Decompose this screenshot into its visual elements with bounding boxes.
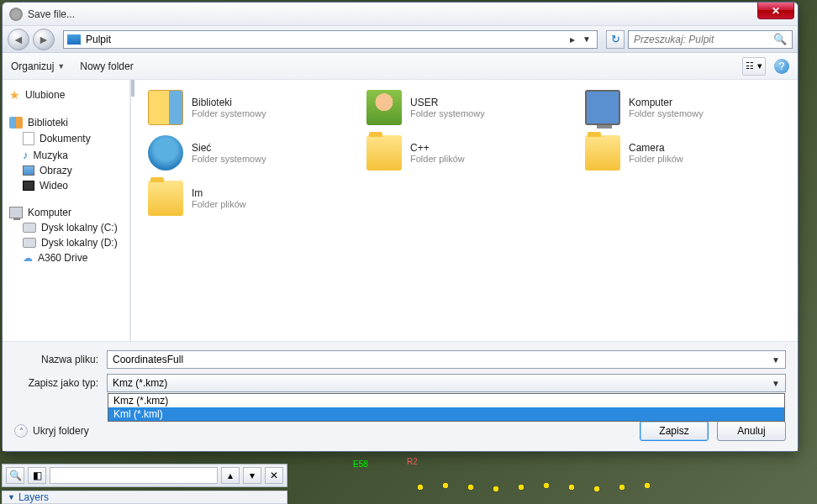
sidebar: ★ Ulubione Biblioteki Dokumenty ♪Muzyka …: [3, 80, 130, 341]
search-box[interactable]: 🔍: [628, 30, 793, 49]
breadcrumb-chevron-icon[interactable]: ▸: [565, 34, 580, 45]
filename-dropdown-icon[interactable]: ▼: [772, 355, 780, 365]
bottom-panel: Nazwa pliku: CoordinatesFull ▼ Zapisz ja…: [3, 341, 798, 451]
address-location: Pulpit: [86, 34, 565, 45]
sidebar-computer[interactable]: Komputer: [6, 205, 126, 220]
app-icon: [9, 8, 23, 21]
filetype-option[interactable]: Kmz (*.kmz): [108, 394, 784, 407]
filename-field[interactable]: CoordinatesFull ▼: [107, 350, 786, 369]
sidebar-favorites[interactable]: ★ Ulubione: [6, 87, 126, 103]
favorites-label: Ulubione: [25, 89, 65, 101]
address-bar[interactable]: Pulpit ▸ ▼: [63, 30, 598, 49]
layers-panel-header[interactable]: Layers: [2, 491, 287, 504]
filetype-combo[interactable]: Kmz (*.kmz) ▼ Kmz (*.kmz)Kml (*.kml): [107, 374, 786, 392]
app-search-icon[interactable]: 🔍: [6, 467, 24, 484]
filename-value: CoordinatesFull: [113, 354, 183, 365]
sidebar-a360-drive[interactable]: ☁A360 Drive: [6, 250, 126, 265]
view-mode-button[interactable]: ☷ ▾: [742, 57, 766, 76]
map-road-tag-1: E58: [353, 459, 368, 469]
folder-icon: [366, 90, 402, 125]
file-item[interactable]: KomputerFolder systemowy: [582, 87, 775, 129]
file-subtitle: Folder systemowy: [192, 154, 266, 164]
filetype-dropdown-icon[interactable]: ▼: [772, 379, 780, 388]
file-name: C++: [410, 142, 465, 154]
music-icon: ♪: [23, 149, 29, 161]
file-item[interactable]: SiećFolder systemowy: [145, 132, 338, 174]
folder-icon: [148, 181, 183, 216]
disk-icon: [23, 238, 36, 248]
file-subtitle: Folder plików: [629, 154, 683, 164]
file-name: Camera: [629, 142, 683, 154]
file-item[interactable]: ImFolder plików: [145, 177, 338, 219]
nav-back-button[interactable]: ◄: [8, 29, 29, 50]
nav-forward-button[interactable]: ►: [33, 29, 55, 50]
chevron-up-icon: ˄: [14, 424, 28, 438]
file-list-pane[interactable]: BibliotekiFolder systemowyUSERFolder sys…: [130, 80, 798, 341]
desktop-icon: [67, 34, 81, 45]
folder-icon: [585, 90, 620, 125]
sidebar-drive-d[interactable]: Dysk lokalny (D:): [6, 235, 126, 250]
sidebar-item-videos[interactable]: Wideo: [6, 178, 126, 193]
layers-label: Layers: [18, 491, 49, 503]
close-button[interactable]: [757, 3, 794, 19]
file-subtitle: Folder systemowy: [629, 108, 704, 118]
file-name: Im: [192, 187, 246, 199]
help-button[interactable]: ?: [774, 59, 789, 74]
sidebar-libraries[interactable]: Biblioteki: [6, 115, 126, 130]
app-down-icon[interactable]: ▾: [243, 467, 261, 484]
folder-icon: [148, 90, 183, 125]
video-icon: [23, 181, 34, 191]
search-input[interactable]: [634, 34, 773, 45]
address-dropdown-icon[interactable]: ▼: [580, 34, 593, 44]
organize-label: Organizuj: [11, 60, 54, 72]
body-area: ★ Ulubione Biblioteki Dokumenty ♪Muzyka …: [3, 80, 798, 341]
file-item[interactable]: C++Folder plików: [363, 132, 556, 174]
folder-icon: [148, 135, 183, 171]
sidebar-item-documents[interactable]: Dokumenty: [6, 130, 126, 147]
file-name: Biblioteki: [192, 97, 266, 108]
file-item[interactable]: BibliotekiFolder systemowy: [145, 87, 338, 129]
save-button[interactable]: Zapisz: [640, 421, 709, 441]
filetype-option[interactable]: Kml (*.kml): [108, 407, 784, 421]
app-close-icon[interactable]: ✕: [265, 467, 283, 484]
app-up-icon[interactable]: ▴: [221, 467, 240, 484]
computer-icon: [9, 207, 23, 218]
organize-button[interactable]: Organizuj ▼: [11, 60, 65, 72]
refresh-button[interactable]: ↻: [606, 30, 625, 49]
new-folder-label: Nowy folder: [80, 60, 133, 72]
folder-icon: [585, 135, 620, 171]
filetype-dropdown-list: Kmz (*.kmz)Kml (*.kml): [108, 393, 785, 422]
app-panel-icon[interactable]: ◧: [28, 467, 46, 484]
window-title: Save file...: [28, 8, 75, 20]
document-icon: [23, 132, 34, 145]
file-subtitle: Folder plików: [192, 199, 246, 209]
file-item[interactable]: CameraFolder plików: [582, 132, 775, 174]
file-subtitle: Folder systemowy: [192, 108, 266, 118]
chevron-down-icon: ▼: [57, 62, 65, 71]
file-item[interactable]: USERFolder systemowy: [363, 87, 556, 129]
app-search-input[interactable]: [50, 467, 218, 484]
libraries-label: Biblioteki: [28, 117, 68, 129]
sidebar-item-music[interactable]: ♪Muzyka: [6, 147, 126, 163]
new-folder-button[interactable]: Nowy folder: [80, 60, 133, 72]
file-name: USER: [410, 97, 485, 108]
computer-label: Komputer: [28, 207, 71, 218]
filetype-label: Zapisz jako typ:: [14, 377, 107, 389]
search-icon[interactable]: 🔍: [773, 33, 787, 45]
file-name: Komputer: [629, 97, 704, 108]
cancel-button[interactable]: Anuluj: [717, 421, 786, 441]
app-lower-toolbar: 🔍 ◧ ▴ ▾ ✕: [2, 464, 287, 487]
map-road-tag-2: R2: [407, 457, 418, 466]
filetype-selected: Kmz (*.kmz): [113, 377, 167, 389]
libraries-icon: [9, 117, 23, 129]
file-subtitle: Folder systemowy: [410, 108, 485, 118]
nav-bar: ◄ ► Pulpit ▸ ▼ ↻ 🔍: [3, 26, 798, 53]
sidebar-drive-c[interactable]: Dysk lokalny (C:): [6, 220, 126, 235]
picture-icon: [23, 165, 34, 176]
splitter-handle[interactable]: [131, 80, 134, 97]
sidebar-item-pictures[interactable]: Obrazy: [6, 163, 126, 178]
hide-folders-toggle[interactable]: ˄ Ukryj foldery: [14, 424, 89, 438]
star-icon: ★: [9, 88, 20, 102]
file-subtitle: Folder plików: [410, 154, 465, 164]
save-file-dialog: Save file... ◄ ► Pulpit ▸ ▼ ↻ 🔍 Organizu…: [2, 2, 799, 452]
